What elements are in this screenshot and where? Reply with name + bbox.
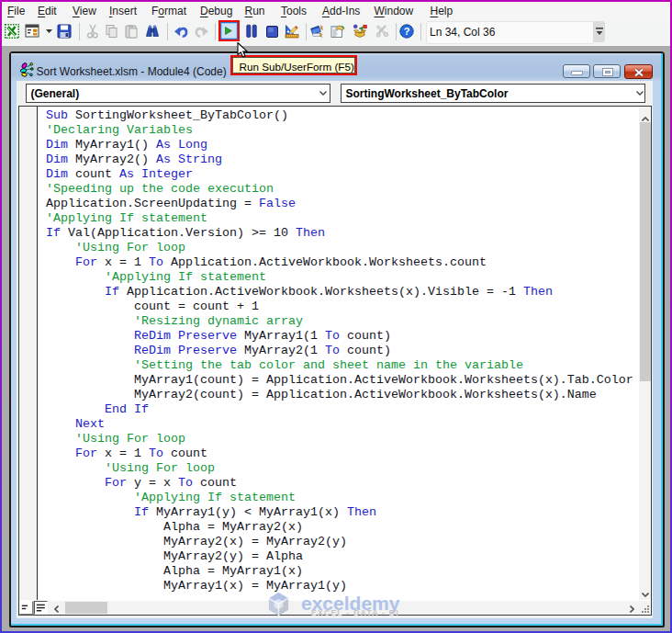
svg-text:?: ? — [404, 26, 410, 37]
